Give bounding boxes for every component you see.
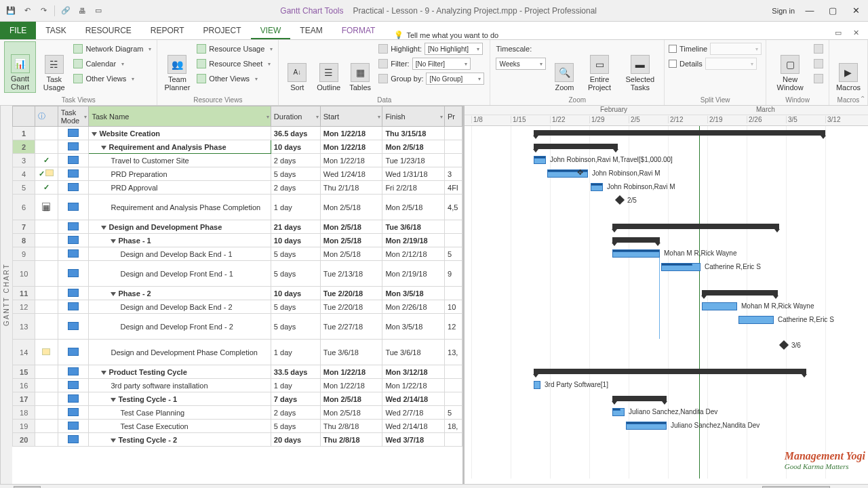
table-row[interactable]: 15Product Testing Cycle33.5 daysMon 1/22… <box>13 365 462 379</box>
table-row[interactable]: 9Design and Develop Back End - 15 daysMo… <box>13 247 462 261</box>
tables-button[interactable]: ▦Tables <box>346 41 374 93</box>
col-indicators[interactable]: ⓘ <box>35 106 58 127</box>
macros-button[interactable]: ▶Macros <box>833 41 863 93</box>
summary-bar[interactable] <box>534 369 806 374</box>
minimize-icon[interactable]: — <box>802 3 818 19</box>
table-row[interactable]: 20Testing Cycle - 220 daysThu 2/8/18Wed … <box>13 433 462 447</box>
tab-file[interactable]: FILE <box>0 22 36 39</box>
other-rviews-button[interactable]: Other Views▾ <box>195 71 274 86</box>
table-row[interactable]: 13Design and Develop Front End - 25 days… <box>13 314 462 340</box>
print-icon[interactable]: 🖶 <box>75 4 89 18</box>
zoom-button[interactable]: 🔍Zoom <box>550 41 578 93</box>
resource-usage-button[interactable]: Resource Usage▾ <box>195 41 274 56</box>
tab-project[interactable]: PROJECT <box>194 22 251 39</box>
table-row[interactable]: 11Phase - 210 daysTue 2/20/18Mon 3/5/18 <box>13 287 462 300</box>
table-row[interactable]: 163rd party software installation1 dayMo… <box>13 379 462 392</box>
tellme-input[interactable]: 💡Tell me what you want to do <box>394 30 498 39</box>
grid-hscroll[interactable]: ◀▶ <box>0 484 465 488</box>
signin-link[interactable]: Sign in <box>772 7 795 15</box>
arrange-icon[interactable] <box>814 59 823 68</box>
group-macros: Macros <box>833 96 863 105</box>
table-row[interactable]: 17Testing Cycle - 17 daysMon 2/5/18Wed 2… <box>13 392 462 406</box>
help-close-icon[interactable]: ✕ <box>849 26 863 39</box>
quick-access: 💾 ↶ ↷ 🔗 🖶 ▭ <box>4 4 105 18</box>
gantt-chart-button[interactable]: 📊Gantt Chart <box>4 41 36 93</box>
link-icon[interactable]: 🔗 <box>59 4 73 18</box>
table-row[interactable]: 4✓PRD Preparation5 daysWed 1/24/18Wed 1/… <box>13 167 462 181</box>
selected-tasks-button[interactable]: ▬Selected Tasks <box>620 41 660 93</box>
table-row[interactable]: 10Design and Develop Front End - 15 days… <box>13 261 462 287</box>
col-task-name[interactable]: Task Name▾ <box>89 106 271 127</box>
tab-task[interactable]: TASK <box>36 22 75 39</box>
filter-combo[interactable]: [No Filter]▾ <box>412 58 471 70</box>
bar-label: Mohan M R,Rick Wayne <box>741 302 814 310</box>
details-checkbox[interactable] <box>669 60 677 68</box>
table-row[interactable]: 12Design and Develop Back End - 25 daysT… <box>13 300 462 314</box>
col-pred[interactable]: Pr <box>445 106 462 127</box>
table-row[interactable]: 18Test Case Planning2 daysMon 2/5/18Wed … <box>13 406 462 420</box>
outline-button[interactable]: ☰Outline <box>314 41 343 93</box>
summary-bar[interactable] <box>612 224 779 229</box>
new-window-button[interactable]: ▢New Window <box>770 41 810 93</box>
tab-team[interactable]: TEAM <box>290 22 332 39</box>
other-views-button[interactable]: Other Views▾ <box>72 71 153 86</box>
task-bar[interactable] <box>534 381 540 389</box>
undo-icon[interactable]: ↶ <box>20 4 34 18</box>
col-task-mode[interactable]: Task Mode▾ <box>58 106 89 127</box>
row-header[interactable] <box>13 106 35 127</box>
tab-view[interactable]: VIEW <box>251 22 291 39</box>
team-planner-button[interactable]: 👥Team Planner <box>161 41 193 93</box>
calendar-button[interactable]: Calendar▾ <box>72 56 153 71</box>
task-bar[interactable] <box>738 316 774 324</box>
group-combo[interactable]: [No Group]▾ <box>426 73 484 85</box>
timeline-checkbox[interactable] <box>669 45 677 53</box>
summary-bar[interactable] <box>702 290 778 296</box>
tab-report[interactable]: REPORT <box>141 22 194 39</box>
bar-label: John Robinson,Ravi M <box>592 169 660 177</box>
table-row[interactable]: 2Requirement and Analysis Phase10 daysMo… <box>13 140 462 154</box>
table-row[interactable]: 8Phase - 110 daysMon 2/5/18Mon 2/19/18 <box>13 234 462 247</box>
table-row[interactable]: 6▦Requirement and Analysis Phase Complet… <box>13 195 462 220</box>
highlight-combo[interactable]: [No Highlight]▾ <box>425 43 483 55</box>
summary-bar[interactable] <box>534 130 825 136</box>
summary-bar[interactable] <box>612 237 660 243</box>
summary-bar[interactable] <box>612 396 667 401</box>
ribbon-display-icon[interactable]: ▭ <box>831 26 845 39</box>
table-row[interactable]: 5✓PRD Approval2 daysThu 2/1/18Fri 2/2/18… <box>13 181 462 195</box>
redo-icon[interactable]: ↷ <box>37 4 50 18</box>
save-icon[interactable]: 💾 <box>4 4 18 18</box>
highlight-label: Highlight: <box>391 45 422 53</box>
maximize-icon[interactable]: ▢ <box>825 3 841 19</box>
gantt-chart-area[interactable]: FebruaryMarch 1/81/151/221/292/52/122/19… <box>465 106 868 484</box>
table-row[interactable]: 14Design and Development Phase Completio… <box>13 340 462 365</box>
task-bar[interactable] <box>702 302 737 310</box>
summary-bar[interactable] <box>534 144 618 149</box>
bar-label: Mohan M R,Rick Wayne <box>664 249 736 257</box>
tab-resource[interactable]: RESOURCE <box>76 22 141 39</box>
tab-format[interactable]: FORMAT <box>332 22 385 39</box>
table-row[interactable]: 1Website Creation36.5 daysMon 1/22/18Thu… <box>13 127 462 140</box>
col-duration[interactable]: Duration▾ <box>271 106 320 127</box>
entire-project-button[interactable]: ▭Entire Project <box>581 41 617 93</box>
chart-hscroll[interactable]: ◀▶ <box>465 484 868 488</box>
resource-sheet-button[interactable]: Resource Sheet▾ <box>195 56 274 71</box>
preview-icon[interactable]: ▭ <box>92 4 105 18</box>
task-grid: ⓘ Task Mode▾ Task Name▾ Duration▾ Start▾… <box>12 106 465 484</box>
table-row[interactable]: 19Test Case Execution5 daysThu 2/8/18Wed… <box>13 420 462 433</box>
hide-icon[interactable] <box>814 74 823 83</box>
sort-button[interactable]: A↓Sort <box>283 41 311 93</box>
close-icon[interactable]: ✕ <box>848 3 864 19</box>
table-row[interactable]: 3✓Travel to Customer Site2 daysMon 1/22/… <box>13 154 462 167</box>
task-usage-button[interactable]: ☵Task Usage <box>39 41 69 93</box>
col-finish[interactable]: Finish▾ <box>382 106 445 127</box>
timescale-combo[interactable]: Weeks▾ <box>496 58 546 70</box>
milestone[interactable] <box>779 340 789 350</box>
col-start[interactable]: Start▾ <box>320 106 382 127</box>
milestone[interactable] <box>615 195 625 205</box>
switch-icon[interactable] <box>814 44 823 54</box>
table-row[interactable]: 7Design and Development Phase21 daysMon … <box>13 220 462 234</box>
network-diagram-button[interactable]: Network Diagram▾ <box>72 41 153 56</box>
group-window: Window <box>770 96 825 105</box>
ribbon-tabs: FILE TASK RESOURCE REPORT PROJECT VIEW T… <box>0 22 868 39</box>
collapse-ribbon-icon[interactable]: ⌃ <box>860 95 865 102</box>
